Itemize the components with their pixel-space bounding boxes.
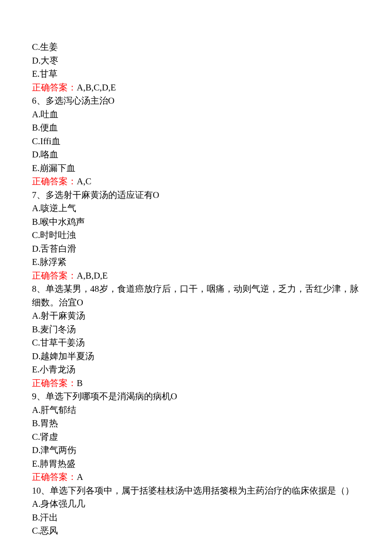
answer-value: A,C [77,176,91,186]
text-line: 正确答案：A,B,D,E [32,269,360,283]
text-line: B.汗出 [32,511,360,525]
answer-value: A,B,C,D,E [77,82,116,93]
text-line: 正确答案：A,B,C,D,E [32,81,360,95]
text-line: C.甘草干姜汤 [32,336,360,350]
text-line: D.舌苔白滑 [32,242,360,256]
text-line: E.甘草 [32,67,360,81]
text-line: E.肺胃热盛 [32,457,360,471]
text-line: D.大枣 [32,54,360,68]
answer-label: 正确答案： [32,378,77,388]
answer-value: B [77,378,83,388]
answer-label: 正确答案： [32,176,77,186]
text-line: B.胃热 [32,417,360,430]
text-line: B.喉中水鸡声 [32,215,360,229]
document-content: C.生姜D.大枣E.甘草正确答案：A,B,C,D,E6、多选泻心汤主治OA.吐血… [32,41,360,538]
text-line: E.脉浮紧 [32,256,360,269]
text-line: D.津气两伤 [32,444,360,457]
text-line: C.Iffi血 [32,135,360,148]
text-line: C.肾虚 [32,430,360,444]
text-line: D.咯血 [32,148,360,162]
answer-label: 正确答案： [32,82,77,93]
text-line: 10、单选下列各项中，属于括婆桂枝汤中选用括篓根为主药治疗的临床依据是（） [32,484,360,498]
answer-value: A,B,D,E [77,270,108,281]
text-line: E.崩漏下血 [32,162,360,175]
text-line: D.越婢加半夏汤 [32,350,360,363]
text-line: A.射干麻黄汤 [32,309,360,323]
text-line: C.生姜 [32,41,360,54]
text-line: B.便血 [32,121,360,135]
text-line: 正确答案：B [32,377,360,390]
text-line: 7、多选射干麻黄汤的适应证有O [32,189,360,202]
text-line: 6、多选泻心汤主治O [32,94,360,108]
answer-label: 正确答案： [32,270,77,281]
text-line: A.身体强几几 [32,497,360,511]
text-line: 8、单选某男，48岁，食道癌放疗后，口干，咽痛，动则气逆，乏力，舌红少津，脉细数… [32,282,360,309]
text-line: 正确答案：A,C [32,175,360,189]
text-line: C.时时吐浊 [32,229,360,242]
text-line: A.咳逆上气 [32,202,360,215]
text-line: A.肝气郁结 [32,404,360,417]
text-line: 9、单选下列哪项不是消渴病的病机O [32,390,360,404]
text-line: A.吐血 [32,108,360,122]
text-line: E.小青龙汤 [32,363,360,377]
text-line: B.麦门冬汤 [32,323,360,337]
answer-value: A [77,472,83,482]
text-line: 正确答案：A [32,471,360,484]
answer-label: 正确答案： [32,472,77,482]
text-line: C.恶风 [32,524,360,538]
document-page: C.生姜D.大枣E.甘草正确答案：A,B,C,D,E6、多选泻心汤主治OA.吐血… [0,0,392,555]
